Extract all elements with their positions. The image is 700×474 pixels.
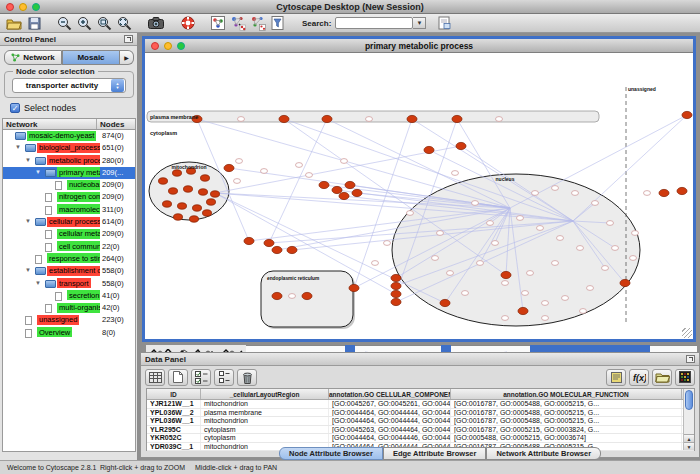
network-node[interactable]: [607, 221, 614, 226]
network-node[interactable]: [632, 231, 639, 236]
network-node[interactable]: [184, 186, 193, 192]
network-view-window[interactable]: primary metabolic process plasma: [142, 36, 696, 342]
network-node[interactable]: [447, 271, 454, 276]
network-node[interactable]: [352, 189, 362, 196]
tree-row[interactable]: ▼establishment of lo558(0): [3, 265, 135, 277]
zoom-selected-button[interactable]: [94, 15, 114, 32]
zoom-window-button[interactable]: [177, 42, 185, 50]
expand-arrow-icon[interactable]: ▼: [25, 157, 31, 163]
network-node[interactable]: [322, 115, 332, 122]
network-node[interactable]: [682, 111, 692, 118]
network-window-titlebar[interactable]: primary metabolic process: [145, 39, 693, 53]
network-node[interactable]: [644, 191, 651, 196]
table-row[interactable]: YKR052Ccytoplasm[GO:0044464, GO:0044446,…: [147, 434, 694, 443]
network-node[interactable]: [440, 299, 450, 306]
expand-arrow-icon[interactable]: ▼: [15, 144, 21, 150]
network-node[interactable]: [557, 236, 564, 241]
network-node[interactable]: [592, 201, 599, 206]
column-header[interactable]: ID: [147, 389, 201, 399]
network-node[interactable]: [163, 201, 172, 207]
zoom-fit-button[interactable]: [114, 15, 134, 32]
network-node[interactable]: [477, 261, 484, 266]
network-node[interactable]: [522, 291, 529, 296]
close-button[interactable]: [151, 42, 159, 50]
table-row[interactable]: YLR295Ccytoplasm[GO:0045263, GO:0044464,…: [147, 426, 694, 435]
plasma-membrane-region[interactable]: [147, 111, 599, 122]
network-node[interactable]: [562, 296, 569, 301]
tab-overflow-arrow-icon[interactable]: ▶: [120, 50, 134, 65]
network-node[interactable]: [659, 189, 669, 196]
matrix-view-button[interactable]: [675, 369, 695, 386]
column-header[interactable]: annotation.GO CELLULAR_COMPONENT: [329, 389, 451, 399]
column-header[interactable]: _cellularLayoutRegion: [201, 389, 329, 399]
network-node[interactable]: [339, 192, 349, 199]
network-node[interactable]: [462, 291, 469, 296]
network-node[interactable]: [587, 286, 594, 291]
network-node[interactable]: [537, 226, 544, 231]
network-node[interactable]: [173, 170, 182, 176]
network-node[interactable]: [169, 188, 178, 194]
network-node[interactable]: [391, 282, 401, 289]
scroll-down-arrow-icon[interactable]: ▼: [684, 442, 694, 450]
select-nodes-checkbox[interactable]: ✓: [10, 103, 20, 113]
tree-row[interactable]: multi-organism pro42(0): [3, 302, 135, 314]
tree-row[interactable]: cell communicat22(0): [3, 241, 135, 253]
network-node[interactable]: [302, 292, 312, 299]
network-node[interactable]: [234, 179, 241, 184]
network-node[interactable]: [332, 186, 342, 193]
network-node[interactable]: [532, 191, 539, 196]
network-node[interactable]: [502, 316, 509, 321]
tree-row[interactable]: ▼transport558(0): [3, 278, 135, 290]
tab-node-attribute-browser[interactable]: Node Attribute Browser: [279, 447, 383, 460]
network-node[interactable]: [287, 246, 297, 253]
network-node[interactable]: [236, 159, 243, 164]
unselect-attributes-button[interactable]: [214, 369, 234, 386]
network-node[interactable]: [272, 246, 282, 253]
network-node[interactable]: [372, 261, 379, 266]
network-node[interactable]: [349, 284, 359, 291]
network-node[interactable]: [391, 290, 401, 297]
minimize-button[interactable]: [19, 3, 27, 11]
network-node[interactable]: [224, 164, 234, 171]
open-button[interactable]: [4, 15, 24, 32]
network-node[interactable]: [238, 117, 245, 122]
tree-row[interactable]: cellular metabo209(0): [3, 228, 135, 240]
tree-row[interactable]: ▼biological_process651(0): [3, 142, 135, 154]
network-node[interactable]: [472, 201, 479, 206]
select-attributes-button[interactable]: [191, 369, 211, 386]
search-dropdown-arrow-icon[interactable]: ▼: [413, 17, 426, 29]
network-node[interactable]: [542, 301, 549, 306]
import-network-button[interactable]: [228, 15, 248, 32]
tree-row[interactable]: Overview8(0): [3, 327, 135, 339]
scrollbar-thumb[interactable]: [685, 390, 693, 410]
float-panel-icon[interactable]: [124, 35, 133, 43]
help-button[interactable]: [178, 15, 198, 32]
close-button[interactable]: [6, 3, 14, 11]
network-node[interactable]: [345, 181, 355, 188]
tree-row[interactable]: mosaic-demo-yeast874(0): [3, 130, 135, 142]
network-node[interactable]: [203, 210, 212, 216]
network-node[interactable]: [264, 239, 274, 246]
network-edge[interactable]: [215, 146, 461, 193]
network-node[interactable]: [174, 214, 183, 220]
float-panel-icon[interactable]: [686, 355, 695, 363]
table-row[interactable]: YPL036W__2plasma membrane[GO:0044464, GO…: [147, 409, 694, 418]
attribute-table-button[interactable]: [145, 369, 165, 386]
network-node[interactable]: [517, 216, 524, 221]
column-header[interactable]: annotation.GO MOLECULAR_FUNCTION: [451, 389, 682, 399]
network-node[interactable]: [492, 241, 499, 246]
search-input[interactable]: [335, 17, 413, 29]
expand-arrow-icon[interactable]: ▼: [25, 267, 31, 273]
network-node[interactable]: [502, 281, 509, 286]
network-node[interactable]: [201, 175, 210, 181]
network-node[interactable]: [199, 189, 208, 195]
minimize-button[interactable]: [164, 42, 172, 50]
network-node[interactable]: [384, 241, 391, 246]
save-button[interactable]: [24, 15, 44, 32]
window-resize-grip[interactable]: [682, 328, 692, 338]
expand-arrow-icon[interactable]: ▼: [35, 169, 41, 175]
network-node[interactable]: [552, 261, 559, 266]
network-node[interactable]: [452, 115, 462, 122]
attribute-notes-button[interactable]: [606, 369, 626, 386]
tree-row[interactable]: secretion41(0): [3, 290, 135, 302]
